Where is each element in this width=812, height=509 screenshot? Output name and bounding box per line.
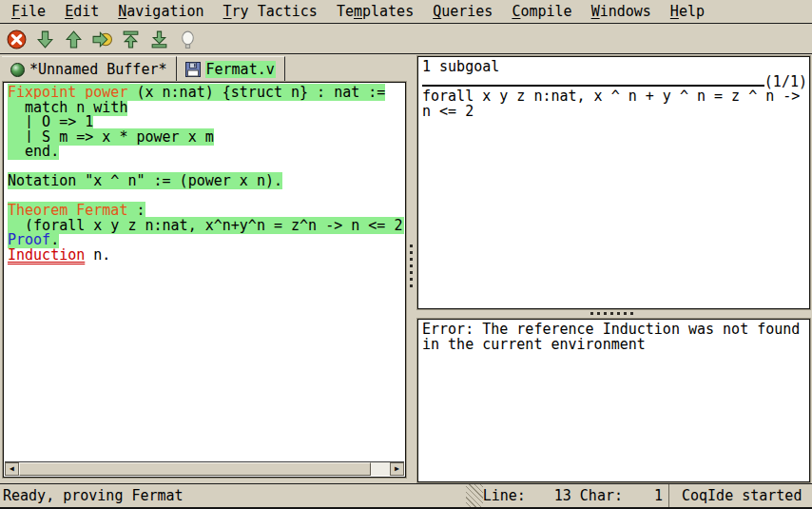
line-value: 13: [526, 487, 571, 504]
tab-label: Fermat.v: [205, 61, 276, 78]
char-label: Char:: [580, 487, 623, 504]
stop-icon: [7, 29, 27, 49]
code-line: (forall x y z n:nat, x^n+y^n = z^n -> n …: [8, 219, 404, 234]
tab-strip: *Unnamed Buffer* Fermat.v: [2, 56, 285, 82]
splitter-grip: [410, 245, 413, 287]
tab-fermat-v[interactable]: Fermat.v: [177, 56, 285, 82]
horizontal-splitter[interactable]: [417, 310, 810, 319]
vertical-splitter[interactable]: [408, 56, 416, 482]
menu-edit[interactable]: Edit: [55, 1, 108, 22]
code-line: Induction n.: [8, 248, 404, 264]
menu-file[interactable]: File: [2, 1, 55, 22]
coqide-window: FileEditNavigationTry TacticsTemplatesQu…: [0, 0, 812, 509]
floppy-icon: [185, 62, 201, 77]
error-message: Error: The reference Induction was not f…: [422, 322, 807, 352]
run-to-end-icon: [149, 29, 169, 49]
char-value: 1: [623, 487, 663, 504]
tab-unnamed-buffer[interactable]: *Unnamed Buffer*: [2, 56, 177, 82]
run-to-start-button[interactable]: [120, 29, 141, 49]
toolbar: [0, 25, 812, 54]
run-to-end-button[interactable]: [148, 29, 169, 49]
script-editor-pane[interactable]: Fixpoint power (x n:nat) {struct n} : na…: [3, 82, 406, 478]
script-code[interactable]: Fixpoint power (x n:nat) {struct n} : na…: [5, 84, 404, 461]
menu-try-tactics[interactable]: Try Tactics: [214, 1, 327, 22]
status-bar: Ready, proving Fermat Line: 13 Char: 1 C…: [0, 483, 812, 509]
app-status: CoqIde started: [668, 484, 812, 507]
text-line: Error: The reference Induction was not f…: [422, 322, 807, 337]
text-line: n <= 2: [422, 104, 807, 119]
separator-line: [422, 85, 764, 87]
menu-bar: FileEditNavigationTry TacticsTemplatesQu…: [0, 0, 812, 24]
line-label: Line:: [483, 487, 526, 504]
horizontal-scrollbar[interactable]: ◀ ▶: [5, 461, 404, 476]
splitter-grip: [590, 312, 633, 315]
menu-queries[interactable]: Queries: [423, 1, 502, 22]
scroll-right-button[interactable]: ▶: [390, 462, 404, 476]
step-backward-icon: [64, 29, 84, 49]
scrollbar-trough[interactable]: [371, 462, 390, 476]
goal-statement: forall x y z n:nat, x ^ n + y ^ n = z ^ …: [422, 88, 807, 119]
menu-help[interactable]: Help: [661, 1, 714, 22]
code-line: Notation "x ^ n" := (power x n).: [8, 174, 404, 189]
goal-separator: (1/1): [422, 74, 807, 88]
stop-button[interactable]: [6, 29, 27, 49]
tab-label: *Unnamed Buffer*: [29, 61, 167, 78]
step-forward-button[interactable]: [34, 29, 55, 49]
code-line: end.: [8, 145, 404, 160]
goal-pane: 1 subgoal (1/1) forall x y z n:nat, x ^ …: [417, 56, 810, 309]
run-to-cursor-button[interactable]: [91, 29, 112, 49]
status-message: Ready, proving Fermat: [0, 487, 466, 504]
text-line: in the current environment: [422, 337, 807, 352]
lightbulb-button[interactable]: [177, 29, 198, 49]
menu-compile[interactable]: Compile: [502, 1, 581, 22]
resize-grip[interactable]: [466, 484, 483, 507]
menu-navigation[interactable]: Navigation: [108, 1, 213, 22]
text-line: forall x y z n:nat, x ^ n + y ^ n = z ^ …: [422, 88, 807, 104]
lightbulb-icon: [178, 29, 198, 49]
menu-templates[interactable]: Templates: [327, 1, 423, 22]
menu-windows[interactable]: Windows: [582, 1, 661, 22]
step-backward-button[interactable]: [63, 29, 84, 49]
subgoal-header: 1 subgoal: [422, 59, 807, 74]
run-to-start-icon: [121, 29, 141, 49]
code-line: | S m => x * power x m: [8, 130, 404, 146]
scroll-left-button[interactable]: ◀: [5, 462, 19, 476]
run-to-cursor-icon: [92, 29, 112, 49]
scrollbar-thumb[interactable]: [19, 462, 371, 476]
step-forward-icon: [35, 29, 55, 49]
message-pane: Error: The reference Induction was not f…: [417, 319, 810, 482]
sphere-icon: [10, 63, 25, 77]
